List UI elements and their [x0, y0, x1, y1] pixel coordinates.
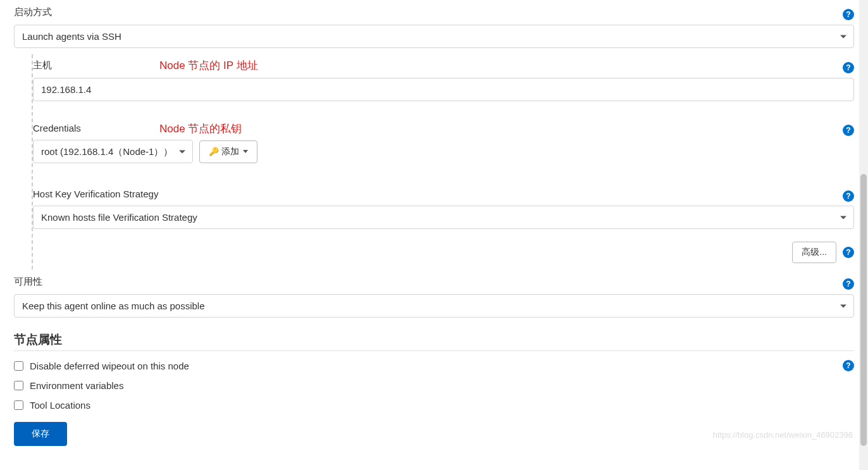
env-vars-label: Environment variables — [30, 380, 123, 391]
host-key-strategy-select-wrap: Known hosts file Verification Strategy — [33, 206, 854, 229]
tool-locations-label: Tool Locations — [30, 400, 90, 411]
availability-select[interactable]: Keep this agent online as much as possib… — [14, 294, 854, 318]
host-annotation: Node 节点的 IP 地址 — [159, 58, 258, 73]
disable-wipeout-checkbox[interactable] — [14, 361, 23, 371]
scrollbar-thumb[interactable] — [860, 174, 867, 446]
env-vars-checkbox[interactable] — [14, 381, 23, 390]
credentials-select[interactable]: root (192.168.1.4（Node-1）） — [33, 140, 193, 163]
help-icon[interactable]: ? — [843, 278, 854, 290]
advanced-button[interactable]: 高级... — [792, 242, 836, 263]
credentials-annotation: Node 节点的私钥 — [159, 121, 242, 136]
key-icon: 🔑 — [209, 147, 219, 156]
scrollbar-track[interactable] — [859, 0, 868, 452]
host-key-strategy-select[interactable]: Known hosts file Verification Strategy — [33, 206, 854, 229]
launch-method-select-wrap: Launch agents via SSH — [14, 25, 854, 48]
availability-label: 可用性 — [14, 276, 42, 288]
add-button-label: 添加 — [221, 146, 239, 158]
save-button[interactable]: 保存 — [14, 422, 67, 446]
help-icon[interactable]: ? — [843, 62, 854, 73]
node-properties-heading: 节点属性 — [14, 331, 854, 351]
credentials-label: Credentials — [33, 123, 81, 133]
add-credentials-button[interactable]: 🔑 添加 — [199, 140, 257, 163]
launch-method-select[interactable]: Launch agents via SSH — [14, 25, 854, 48]
help-icon[interactable]: ? — [843, 247, 854, 258]
disable-wipeout-label: Disable deferred wipeout on this node — [30, 361, 189, 371]
tool-locations-checkbox[interactable] — [14, 400, 23, 410]
launch-method-label: 启动方式 — [14, 6, 52, 18]
help-icon[interactable]: ? — [843, 190, 854, 202]
host-input[interactable] — [33, 78, 854, 101]
help-icon[interactable]: ? — [843, 9, 854, 20]
chevron-down-icon — [243, 150, 248, 153]
host-label: 主机 — [33, 59, 52, 71]
help-icon[interactable]: ? — [843, 360, 854, 371]
host-key-strategy-label: Host Key Verification Strategy — [33, 189, 158, 199]
availability-select-wrap: Keep this agent online as much as possib… — [14, 294, 854, 318]
help-icon[interactable]: ? — [843, 125, 854, 136]
watermark: https://blog.csdn.net/weixin_46902396 — [713, 430, 853, 440]
